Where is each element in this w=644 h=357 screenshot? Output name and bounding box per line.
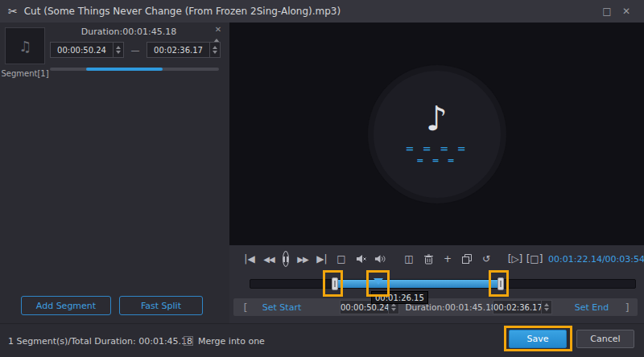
scissors-icon: ✂ [8, 5, 18, 18]
time-display: 00:01:22.14/00:03:54.07 [548, 254, 644, 265]
preview-area: ♪ = = = = = = = [229, 23, 644, 245]
segment-end-spinner[interactable] [209, 43, 220, 57]
add-button[interactable]: + [442, 253, 453, 265]
play-segment-button[interactable]: [▷] [510, 253, 521, 265]
set-end-button[interactable]: Set End [559, 298, 624, 316]
segment-thumbnail[interactable]: ♫ [5, 27, 45, 64]
equalizer-row: = = = = [405, 142, 468, 155]
spinner-down-icon [116, 51, 121, 54]
fast-split-button[interactable]: Fast Split [119, 296, 203, 315]
segment-end-field [147, 42, 221, 58]
total-duration-summary: 1 Segment(s)/Total Duration: 00:01:45.18 [8, 324, 192, 357]
segment-start-input[interactable] [51, 46, 113, 55]
spinner-down-icon [213, 51, 217, 54]
timeline-selected-range [335, 280, 501, 288]
merge-into-one[interactable]: Merge into one [184, 324, 265, 357]
cut-dialog: ✂ Cut (Some Things Never Change (From Fr… [0, 0, 644, 357]
trim-end-input[interactable] [493, 303, 541, 312]
segment-progress-fill [86, 68, 163, 71]
trim-end-spinner[interactable] [541, 301, 551, 314]
music-note-icon: ♪ [426, 102, 448, 136]
trim-end-field [493, 300, 552, 314]
segment-time-range: — [50, 42, 221, 58]
maximize-button[interactable]: □ [597, 6, 617, 17]
dialog-title: Cut (Some Things Never Change (From Froz… [24, 6, 597, 17]
play-pause-button[interactable] [283, 251, 289, 267]
segment-label: Segment[1] [0, 69, 50, 78]
range-dash: — [124, 45, 147, 55]
fast-forward-button[interactable]: ▶▶ [297, 255, 308, 264]
cancel-button[interactable]: Cancel [576, 330, 634, 348]
trim-start-input[interactable] [341, 303, 388, 312]
spinner-up-icon [116, 46, 121, 49]
segment-close-button[interactable]: ✕ [213, 25, 224, 34]
bracket-right: ] [621, 298, 633, 316]
segment-panel: ♫ Segment[1] Duration:00:01:45.18 ✕ — [0, 23, 229, 323]
playback-controls: |◀ ◀◀ ▶▶ ▶| □ ◫ + ↺ [▷] [□] 00:01:22.14/… [229, 245, 644, 273]
audio-disc: ♪ = = = = = = = [374, 71, 501, 198]
spinner-down-icon [391, 308, 396, 311]
add-segment-button[interactable]: Add Segment [21, 296, 111, 315]
annotation-highlight-save [504, 326, 572, 351]
rewind-button[interactable]: ◀◀ [263, 255, 275, 264]
annotation-highlight-end-handle [489, 270, 509, 297]
merge-checkbox[interactable] [184, 336, 193, 346]
music-note-icon: ♫ [19, 38, 31, 55]
reset-button[interactable]: ↺ [481, 253, 492, 265]
next-button[interactable]: ▶| [316, 253, 328, 265]
copy-segment-button[interactable] [461, 254, 473, 264]
close-button[interactable]: ✕ [617, 6, 636, 17]
segment-duration-label: Duration:00:01:45.18 [48, 27, 209, 37]
timeline-track[interactable] [250, 279, 636, 289]
split-segment-button[interactable]: ◫ [403, 253, 415, 265]
titlebar: ✂ Cut (Some Things Never Change (From Fr… [0, 0, 644, 23]
spinner-up-icon [544, 303, 549, 306]
spinner-down-icon [544, 308, 549, 311]
segment-end-input[interactable] [147, 46, 209, 55]
segment-start-spinner[interactable] [113, 43, 123, 57]
stop-button[interactable]: □ [336, 253, 347, 265]
volume-icon[interactable] [374, 254, 386, 264]
spinner-up-icon [213, 46, 217, 49]
annotation-highlight-playhead [366, 270, 390, 297]
mute-icon[interactable] [355, 254, 366, 264]
segment-progress-bar [50, 68, 219, 71]
annotation-highlight-start-handle [323, 270, 343, 297]
merge-label: Merge into one [198, 336, 265, 347]
equalizer-row: = = = [416, 155, 456, 166]
trim-bar: [ Set Start Duration:00:01:45.18 Set End… [233, 298, 638, 316]
delete-segment-button[interactable] [423, 254, 434, 265]
stop-segment-button[interactable]: [□] [529, 253, 540, 265]
previous-button[interactable]: |◀ [244, 253, 255, 265]
set-start-button[interactable]: Set Start [250, 298, 314, 316]
segment-start-field [50, 42, 124, 58]
